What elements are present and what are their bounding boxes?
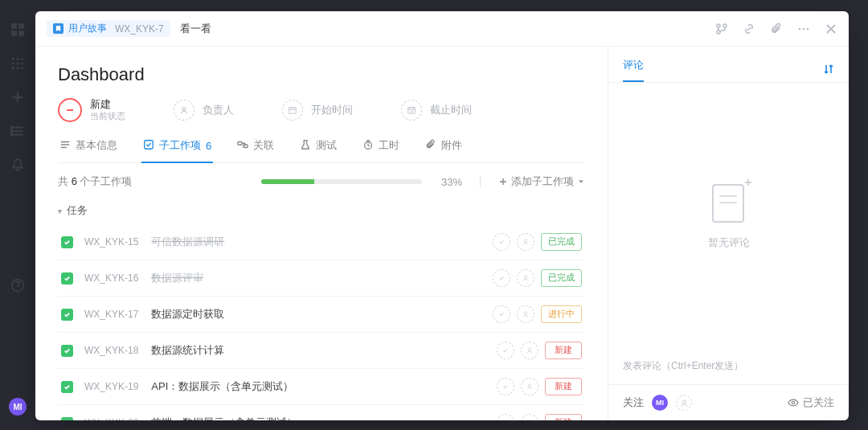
- svg-point-31: [524, 276, 526, 278]
- tab-basic[interactable]: 基本信息: [58, 138, 119, 162]
- follower-avatar[interactable]: MI: [652, 395, 668, 411]
- calendar-check-icon: [401, 100, 422, 121]
- due-date-cell[interactable]: 截止时间: [401, 100, 472, 121]
- svg-rect-2: [11, 31, 17, 36]
- task-assignee-placeholder-icon[interactable]: [517, 269, 534, 287]
- list-icon[interactable]: [10, 124, 25, 138]
- task-status-pill[interactable]: 已完成: [541, 233, 582, 251]
- task-assignee-placeholder-icon[interactable]: [517, 305, 534, 323]
- meta-row: 新建 当前状态 负责人 开始时间 截止时间: [58, 98, 585, 122]
- plus-icon[interactable]: [10, 90, 25, 104]
- svg-point-30: [524, 240, 526, 242]
- status-cell[interactable]: 新建 当前状态: [58, 98, 125, 122]
- task-status-pill[interactable]: 已完成: [541, 269, 582, 287]
- svg-rect-0: [11, 23, 17, 29]
- bell-icon[interactable]: [10, 158, 25, 172]
- task-assignee-placeholder-icon[interactable]: [517, 233, 534, 251]
- breadcrumb-chip[interactable]: 用户故事 WX_KYK-7: [47, 20, 170, 37]
- svg-point-4: [12, 58, 14, 60]
- attach-icon: [425, 139, 436, 153]
- task-assignee-placeholder-icon[interactable]: [521, 378, 538, 395]
- task-id: WX_KYK-20: [84, 417, 138, 420]
- task-title: 数据源定时获取: [151, 307, 224, 321]
- svg-point-17: [717, 24, 720, 27]
- svg-point-21: [803, 27, 805, 30]
- tab-hours[interactable]: 工时: [361, 138, 401, 162]
- task-check-placeholder-icon[interactable]: [493, 233, 510, 251]
- basic-icon: [59, 139, 71, 153]
- task-section-header[interactable]: ▾ 任务: [58, 200, 585, 224]
- task-type-icon: [61, 272, 73, 285]
- task-status-pill[interactable]: 进行中: [541, 305, 582, 323]
- task-title: 数据源评审: [151, 271, 203, 285]
- task-check-placeholder-icon[interactable]: [493, 305, 510, 323]
- tab-label: 关联: [253, 138, 274, 153]
- main-panel: Dashboard 新建 当前状态 负责人 开始时间: [35, 47, 608, 420]
- task-check-placeholder-icon[interactable]: [497, 378, 514, 395]
- svg-point-5: [16, 58, 18, 60]
- link-icon[interactable]: [743, 23, 755, 35]
- task-assignee-placeholder-icon[interactable]: [521, 414, 538, 420]
- svg-point-36: [682, 400, 686, 403]
- task-status-pill[interactable]: 新建: [545, 378, 582, 395]
- app-sidebar: MI: [0, 0, 35, 430]
- task-type-icon: [61, 345, 73, 357]
- add-follower-button[interactable]: [676, 395, 692, 411]
- task-row[interactable]: WX_KYK-15可信数据源调研已完成: [58, 224, 585, 260]
- tab-comments[interactable]: 评论: [623, 58, 644, 82]
- svg-point-18: [723, 24, 727, 27]
- help-icon[interactable]: [10, 278, 25, 293]
- task-check-placeholder-icon[interactable]: [497, 342, 514, 359]
- close-icon[interactable]: [825, 23, 837, 35]
- status-name: 新建: [90, 98, 125, 111]
- assignee-cell[interactable]: 负责人: [174, 100, 234, 121]
- task-section-title: 任务: [67, 203, 88, 218]
- svg-point-23: [182, 107, 186, 110]
- subitems-subheader: 共 6 个子工作项 33% 添加子工作项: [58, 163, 585, 200]
- task-type-icon: [61, 417, 73, 421]
- svg-point-22: [807, 27, 809, 30]
- task-row[interactable]: WX_KYK-16数据源评审已完成: [58, 260, 585, 297]
- assignee-label: 负责人: [203, 103, 234, 117]
- tab-subitems[interactable]: 子工作项 6: [141, 138, 213, 162]
- breadcrumb-id: WX_KYK-7: [115, 23, 164, 35]
- follow-label: 关注: [623, 395, 644, 410]
- task-row[interactable]: WX_KYK-17数据源定时获取进行中: [58, 297, 585, 333]
- task-type-icon: [61, 381, 73, 393]
- grid-icon[interactable]: [10, 23, 25, 37]
- modal-header-actions: [715, 23, 837, 35]
- comment-input[interactable]: 发表评论（Ctrl+Enter发送）: [608, 348, 849, 384]
- sort-icon[interactable]: [823, 63, 834, 77]
- task-check-placeholder-icon[interactable]: [497, 414, 514, 420]
- task-status-pill[interactable]: 新建: [545, 414, 582, 420]
- svg-point-8: [16, 62, 18, 64]
- add-subitem-button[interactable]: 添加子工作项: [498, 174, 585, 189]
- user-avatar[interactable]: MI: [9, 398, 27, 416]
- followed-indicator[interactable]: 已关注: [788, 395, 834, 410]
- status-circle-icon: [58, 98, 82, 122]
- more-icon[interactable]: [797, 23, 810, 35]
- comments-tabs: 评论: [608, 47, 849, 83]
- breadcrumb-type: 用户故事: [68, 22, 107, 35]
- task-type-icon: [61, 236, 73, 248]
- tab-links[interactable]: 关联: [235, 138, 276, 162]
- tab-attach[interactable]: 附件: [424, 138, 464, 162]
- task-id: WX_KYK-17: [84, 309, 138, 320]
- task-row[interactable]: WX_KYK-20前端：数据展示（含单元测试）新建: [58, 405, 585, 420]
- branch-icon[interactable]: [715, 23, 728, 35]
- attachment-icon[interactable]: [770, 23, 783, 35]
- status-caption: 当前状态: [90, 111, 125, 122]
- task-check-placeholder-icon[interactable]: [493, 269, 510, 287]
- task-row[interactable]: WX_KYK-19API：数据展示（含单元测试）新建: [58, 369, 585, 405]
- task-row[interactable]: WX_KYK-18数据源统计计算新建: [58, 333, 585, 369]
- task-status-pill[interactable]: 新建: [545, 342, 582, 359]
- modal-header: 用户故事 WX_KYK-7 看一看: [35, 11, 849, 47]
- chevron-down-icon: [577, 178, 585, 186]
- tab-label: 基本信息: [76, 138, 117, 153]
- tab-test[interactable]: 测试: [298, 138, 338, 162]
- task-title: API：数据展示（含单元测试）: [151, 379, 293, 394]
- svg-point-37: [792, 401, 795, 404]
- start-date-cell[interactable]: 开始时间: [282, 100, 353, 121]
- apps-icon[interactable]: [10, 56, 25, 71]
- task-assignee-placeholder-icon[interactable]: [521, 342, 538, 359]
